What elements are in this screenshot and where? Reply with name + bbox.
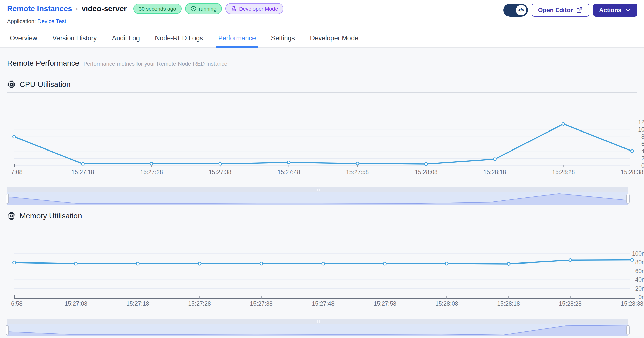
last-seen-badge: 30 seconds ago [133,4,182,14]
svg-text:15:27:58: 15:27:58 [346,169,369,175]
svg-text:15:28:28: 15:28:28 [552,169,575,175]
application-link[interactable]: Device Test [37,18,66,24]
tab-version-history[interactable]: Version History [51,31,99,48]
cpu-brush-drag-bar[interactable] [7,187,628,192]
tab-overview[interactable]: Overview [8,31,39,48]
svg-text:7:08: 7:08 [11,169,23,175]
svg-text:15:27:58: 15:27:58 [374,300,396,307]
flask-icon [231,6,237,12]
memory-utilisation-section: Memory Utilisation 0mb20mb40mb60mb80mb10… [7,212,637,336]
breadcrumb-remote-instances-link[interactable]: Remote Instances [7,4,72,13]
svg-text:0mb: 0mb [638,294,644,301]
cpu-brush-handle-right[interactable] [626,194,630,204]
page-heading: Remote Performance Performance metrics f… [7,48,637,67]
actions-button[interactable]: Actions [593,4,637,17]
page-title: Remote Performance [7,59,79,67]
svg-text:15:27:28: 15:27:28 [140,169,163,175]
svg-text:12%: 12% [638,119,644,125]
svg-text:2%: 2% [641,155,644,162]
open-editor-button[interactable]: Open Editor [532,4,589,17]
svg-text:15:27:18: 15:27:18 [126,300,149,307]
svg-text:60mb: 60mb [635,268,644,274]
cpu-section-header: CPU Utilisation [7,80,637,89]
tab-node-red-logs[interactable]: Node-RED Logs [153,31,205,48]
svg-text:15:28:18: 15:28:18 [483,169,506,175]
cpu-brush-mini-chart [7,192,628,205]
application-row: Application:Device Test [7,18,283,25]
svg-text:80mb: 80mb [635,259,644,266]
code-icon: </> [516,5,526,15]
svg-text:15:28:38: 15:28:38 [621,169,643,175]
play-circle-icon [190,6,197,12]
svg-text:6%: 6% [641,141,644,147]
divider [7,224,637,224]
developer-mode-text: Developer Mode [239,6,278,11]
breadcrumb: Remote Instances › video-server 30 secon… [7,3,283,14]
svg-text:15:28:08: 15:28:08 [415,169,438,175]
tab-performance[interactable]: Performance [216,31,258,48]
svg-text:0%: 0% [641,162,644,169]
cpu-brush-handle-left[interactable] [6,194,9,204]
developer-mode-badge: Developer Mode [225,3,283,14]
memory-chip-icon [7,212,16,220]
actions-label: Actions [599,7,621,14]
divider [7,92,637,93]
svg-text:100mb: 100mb [632,250,644,257]
breadcrumb-separator-icon: › [76,5,78,13]
application-label: Application: [7,18,36,24]
open-editor-label: Open Editor [538,7,573,14]
memory-chart: 0mb20mb40mb60mb80mb100mb6:5815:27:0815:2… [7,226,637,307]
svg-text:4%: 4% [641,148,644,155]
svg-text:15:28:18: 15:28:18 [497,300,520,307]
chevron-down-icon [625,7,631,13]
memory-chart-zoom-brush[interactable] [7,319,628,336]
running-status-badge: running [185,3,222,14]
grip-icon [316,320,320,323]
page-header: Remote Instances › video-server 30 secon… [0,0,644,25]
page-subtitle: Performance metrics for your Remote Node… [83,61,227,67]
memory-brush-handle-right[interactable] [626,325,630,335]
memory-brush-mini-chart [7,324,628,336]
external-link-icon [576,7,583,13]
svg-text:20mb: 20mb [635,285,644,292]
svg-text:15:27:38: 15:27:38 [209,169,232,175]
svg-text:8%: 8% [641,133,644,140]
svg-text:40mb: 40mb [635,276,644,283]
memory-brush-handle-left[interactable] [6,325,9,335]
instance-name: video-server [82,4,127,13]
svg-text:15:27:08: 15:27:08 [65,300,87,307]
svg-text:15:27:48: 15:27:48 [278,169,300,175]
svg-text:15:27:28: 15:27:28 [188,300,211,307]
svg-text:15:28:38: 15:28:38 [621,300,643,307]
cpu-utilisation-section: CPU Utilisation 0%2%4%6%8%10%12%7:0815:2… [7,80,637,205]
memory-brush-drag-bar[interactable] [7,319,628,324]
instance-tabs: Overview Version History Audit Log Node-… [0,31,644,48]
cpu-chart-zoom-brush[interactable] [7,187,628,205]
cpu-chip-icon [7,80,16,89]
svg-text:15:27:18: 15:27:18 [71,169,94,175]
header-actions: </> Open Editor Actions [503,3,637,17]
divider [7,73,637,73]
status-badges: 30 seconds ago running Developer Mo [133,3,283,14]
grip-icon [316,189,320,191]
svg-text:6:58: 6:58 [11,300,23,307]
cpu-section-title: CPU Utilisation [19,80,71,89]
svg-text:10%: 10% [638,126,644,133]
svg-text:15:27:48: 15:27:48 [312,300,335,307]
svg-text:15:27:38: 15:27:38 [250,300,273,307]
last-seen-text: 30 seconds ago [139,6,176,11]
svg-text:15:28:28: 15:28:28 [559,300,582,307]
running-status-text: running [199,6,217,11]
tab-audit-log[interactable]: Audit Log [110,31,142,48]
memory-section-title: Memory Utilisation [19,212,82,220]
header-left: Remote Instances › video-server 30 secon… [7,3,283,25]
developer-mode-toggle[interactable]: </> [503,4,528,17]
tab-settings[interactable]: Settings [269,31,297,48]
cpu-chart: 0%2%4%6%8%10%12%7:0815:27:1815:27:2815:2… [7,94,637,176]
performance-panel: Remote Performance Performance metrics f… [0,48,644,338]
memory-section-header: Memory Utilisation [7,212,637,220]
svg-text:15:28:08: 15:28:08 [435,300,458,307]
tab-developer-mode[interactable]: Developer Mode [308,31,360,48]
